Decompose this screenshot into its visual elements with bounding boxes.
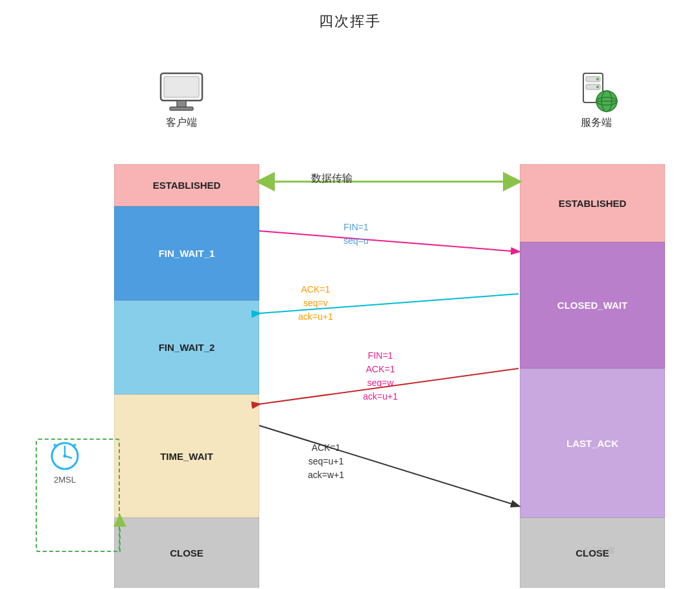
diagram-area: 客户端 服务端 ESTABLISHED FIN_WAIT_1 FIN_WAIT_… xyxy=(0,38,700,589)
timer-label: 2MSL xyxy=(36,475,94,485)
fin2-label: FIN=1ACK=1seq=wack=u+1 xyxy=(363,349,398,403)
svg-rect-1 xyxy=(164,77,199,97)
client-time-wait: TIME_WAIT xyxy=(114,394,259,518)
client-icon: 客户端 xyxy=(143,70,220,130)
watermark: © 三叶客 xyxy=(585,546,616,557)
server-label: 服务端 xyxy=(557,116,635,130)
ack2-label: ACK=1seq=u+1ack=w+1 xyxy=(308,441,344,482)
svg-rect-3 xyxy=(170,107,193,110)
client-fin-wait-1: FIN_WAIT_1 xyxy=(114,206,259,300)
svg-point-8 xyxy=(596,86,599,88)
svg-line-23 xyxy=(259,426,519,506)
client-label: 客户端 xyxy=(143,116,220,130)
server-icon: 服务端 xyxy=(557,70,635,130)
client-fin-wait-2: FIN_WAIT_2 xyxy=(114,300,259,394)
ack1-label: ACK=1seq=vack=u+1 xyxy=(298,283,333,324)
server-last-ack: LAST_ACK xyxy=(520,368,665,518)
timer-box: 2MSL xyxy=(36,440,94,485)
svg-point-7 xyxy=(596,78,599,80)
page-title: 四次挥手 xyxy=(0,0,700,31)
server-closed-wait: CLOSED_WAIT xyxy=(520,242,665,368)
client-close: CLOSE xyxy=(114,518,259,588)
client-established: ESTABLISHED xyxy=(114,164,259,206)
svg-rect-2 xyxy=(177,101,186,107)
fin1-label: FIN=1seq=u xyxy=(344,221,369,248)
data-transfer-label: 数据传输 xyxy=(311,171,353,186)
svg-line-20 xyxy=(259,231,519,252)
server-established: ESTABLISHED xyxy=(520,164,665,242)
